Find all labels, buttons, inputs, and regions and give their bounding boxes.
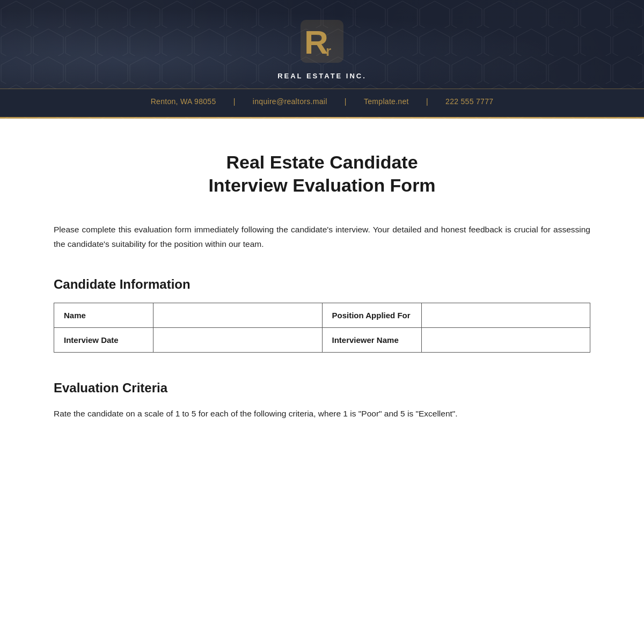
- interviewer-name-value[interactable]: [421, 328, 590, 353]
- name-label: Name: [54, 303, 153, 328]
- intro-paragraph: Please complete this evaluation form imm…: [54, 222, 590, 251]
- contact-address: Renton, WA 98055: [151, 97, 216, 106]
- company-name: REAL ESTATE INC.: [0, 72, 644, 80]
- contact-info: Renton, WA 98055 | inquire@realtors.mail…: [143, 97, 501, 106]
- name-value[interactable]: [153, 303, 323, 328]
- interviewer-name-label: Interviewer Name: [322, 328, 421, 353]
- table-row: Interview Date Interviewer Name: [54, 328, 590, 353]
- candidate-section-heading: Candidate Information: [54, 277, 590, 292]
- company-logo-icon: R r: [298, 17, 346, 65]
- contact-email: inquire@realtors.mail: [253, 97, 327, 106]
- form-title-line2: Interview Evaluation Form: [208, 175, 435, 195]
- logo-container: R r: [0, 17, 644, 65]
- position-label: Position Applied For: [322, 303, 421, 328]
- form-title: Real Estate Candidate Interview Evaluati…: [54, 151, 590, 196]
- candidate-info-table: Name Position Applied For Interview Date…: [54, 303, 590, 353]
- main-content: Real Estate Candidate Interview Evaluati…: [0, 119, 644, 464]
- position-value[interactable]: [421, 303, 590, 328]
- contact-website: Template.net: [364, 97, 409, 106]
- svg-text:r: r: [326, 43, 331, 59]
- page-header: R r REAL ESTATE INC. Renton, WA 98055 | …: [0, 0, 644, 119]
- table-row: Name Position Applied For: [54, 303, 590, 328]
- contact-phone: 222 555 7777: [445, 97, 493, 106]
- svg-text:R: R: [304, 24, 328, 61]
- form-title-line1: Real Estate Candidate: [226, 152, 418, 172]
- header-contact-bar: Renton, WA 98055 | inquire@realtors.mail…: [0, 89, 644, 117]
- evaluation-section-heading: Evaluation Criteria: [54, 380, 590, 396]
- interview-date-value[interactable]: [153, 328, 323, 353]
- gold-accent-divider: [0, 117, 644, 119]
- evaluation-intro-paragraph: Rate the candidate on a scale of 1 to 5 …: [54, 406, 590, 421]
- separator-1: |: [233, 97, 236, 106]
- separator-2: |: [345, 97, 347, 106]
- separator-3: |: [426, 97, 428, 106]
- interview-date-label: Interview Date: [54, 328, 153, 353]
